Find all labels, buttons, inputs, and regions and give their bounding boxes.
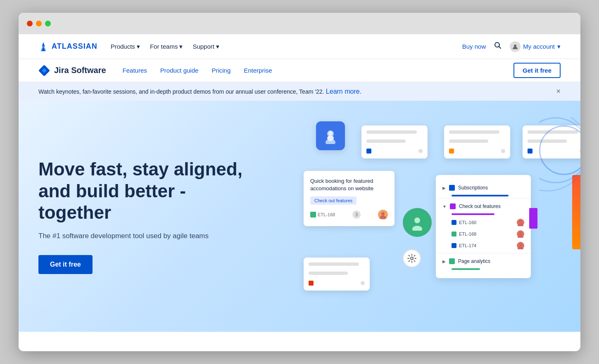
subnav-features[interactable]: Features (123, 67, 147, 74)
sidebar-sub-etl174[interactable]: ETL-174 (436, 240, 531, 251)
sidebar-checkout-features[interactable]: ▼ Check out features (436, 200, 531, 213)
browser-window: ATLASSIAN Products ▾ For teams ▾ Support… (19, 13, 580, 351)
subscriptions-label: Subscriptions (458, 185, 524, 191)
svg-line-4 (499, 47, 501, 49)
get-it-free-button[interactable]: Get it free (513, 63, 561, 78)
ticket-card-1 (361, 125, 428, 158)
checkout-features-icon (450, 203, 456, 209)
analytics-progress (452, 268, 480, 270)
sidebar-subscriptions[interactable]: ▶ Subscriptions (436, 182, 531, 194)
sidebar-sub-etl168[interactable]: ETL-168 (436, 228, 531, 240)
sidebar-page-analytics[interactable]: ▶ Page analytics (436, 255, 531, 267)
svg-point-12 (414, 217, 420, 223)
task-id-icon (310, 212, 316, 217)
subnav-pricing[interactable]: Pricing (212, 67, 231, 74)
sub-nav-links: Features Product guide Pricing Enterpris… (123, 67, 272, 74)
svg-point-17 (519, 243, 522, 246)
top-nav-links: Products ▾ For teams ▾ Support ▾ (111, 43, 449, 50)
page-analytics-label: Page analytics (458, 258, 524, 264)
task-badge: 3 (352, 210, 361, 219)
sub-item-avatar-1 (517, 219, 524, 226)
banner-text: Watch keynotes, fan-favorite sessions, a… (38, 88, 324, 95)
ticket-card-4 (304, 258, 370, 291)
checkout-features-label: Check out features (459, 203, 524, 209)
sub-nav: Jira Software Features Product guide Pri… (19, 59, 580, 82)
banner-close-button[interactable]: × (556, 87, 561, 96)
svg-point-14 (411, 257, 413, 260)
atlassian-logo[interactable]: ATLASSIAN (38, 42, 97, 51)
hero-content: Move fast, stay aligned, and build bette… (38, 158, 253, 274)
minimize-dot[interactable] (36, 21, 42, 26)
sub-nav-left: Jira Software Features Product guide Pri… (38, 65, 272, 76)
banner-learn-more[interactable]: Learn more. (326, 88, 361, 95)
subnav-enterprise[interactable]: Enterprise (244, 67, 272, 74)
task-popup-card: Quick booking for featured accomodations… (304, 171, 395, 226)
subscriptions-progress (452, 195, 509, 196)
checkout-progress (452, 213, 494, 215)
top-nav: ATLASSIAN Products ▾ For teams ▾ Support… (19, 34, 580, 59)
atlassian-logo-icon (38, 42, 48, 51)
announcement-banner: Watch keynotes, fan-favorite sessions, a… (19, 82, 580, 101)
svg-point-9 (328, 131, 333, 135)
nav-support[interactable]: Support ▾ (193, 43, 219, 50)
svg-point-15 (519, 220, 522, 223)
ticket-card-2 (444, 125, 510, 158)
search-icon (494, 42, 502, 49)
task-id-text: ETL-168 (318, 212, 335, 217)
sub-item-avatar-2 (517, 230, 524, 238)
subnav-product-guide[interactable]: Product guide (160, 67, 199, 74)
settings-icon[interactable] (403, 249, 421, 267)
jira-logo-icon (38, 65, 50, 76)
hero-subtitle: The #1 software development tool used by… (38, 232, 253, 240)
nav-products[interactable]: Products ▾ (111, 43, 140, 50)
maximize-dot[interactable] (45, 21, 51, 26)
sub-item-label-etl160: ETL-160 (459, 220, 476, 225)
hero-visual: Quick booking for featured accomodations… (283, 117, 580, 332)
search-button[interactable] (494, 42, 502, 51)
sidebar-sub-etl160[interactable]: ETL-160 (436, 217, 531, 228)
svg-point-13 (412, 226, 422, 231)
svg-rect-10 (327, 135, 334, 141)
task-user-avatar (378, 210, 388, 220)
my-account-button[interactable]: My account ▾ (510, 41, 561, 52)
buy-now-link[interactable]: Buy now (462, 43, 486, 50)
page-analytics-icon (449, 258, 455, 264)
jira-logo[interactable]: Jira Software (38, 65, 106, 76)
browser-chrome (19, 13, 580, 34)
subscriptions-icon (449, 185, 455, 191)
sub-item-label-etl174: ETL-174 (459, 243, 476, 248)
nav-for-teams[interactable]: For teams ▾ (150, 43, 183, 50)
hero-cta-button[interactable]: Get it free (38, 255, 93, 274)
top-nav-right: Buy now My account ▾ (462, 41, 561, 52)
close-dot[interactable] (27, 21, 33, 26)
hero-title: Move fast, stay aligned, and build bette… (38, 158, 253, 224)
avatar-card (316, 121, 345, 150)
sidebar-panel: ▶ Subscriptions ▼ Check out features ETL… (436, 175, 531, 278)
jira-product-name: Jira Software (54, 66, 106, 75)
svg-point-11 (381, 212, 385, 215)
account-icon (510, 41, 521, 52)
svg-point-16 (519, 232, 522, 234)
sub-item-avatar-3 (517, 242, 524, 249)
task-tag[interactable]: Check out features (310, 196, 357, 205)
task-title: Quick booking for featured accomodations… (310, 177, 388, 192)
sub-item-label-etl168: ETL-168 (459, 232, 476, 236)
decorative-arcs (539, 117, 580, 200)
atlassian-logo-text: ATLASSIAN (52, 42, 97, 51)
hero-section: Move fast, stay aligned, and build bette… (19, 101, 580, 332)
green-avatar (403, 208, 432, 237)
purple-accent-bar (529, 208, 537, 229)
